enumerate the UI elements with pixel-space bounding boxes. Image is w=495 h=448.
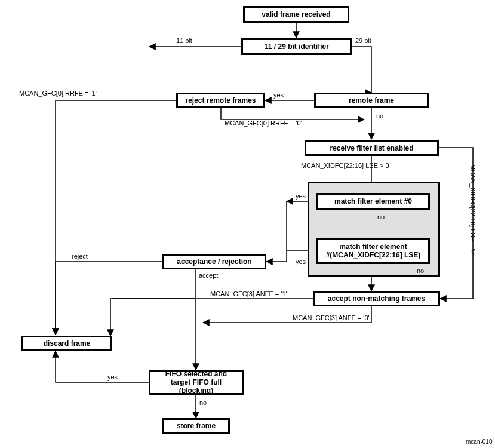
node-identifier: 11 / 29 bit identifier [241,38,352,55]
node-accept-nonmatching: accept non-matching frames [313,291,440,306]
label-lse-eq-0: MCAN_XIDFC[22:16] LSE = '0' [469,164,476,255]
label-rrfe-1: MCAN_GFC[0] RRFE = '1' [19,90,97,97]
label-anfe-1: MCAN_GFC[3] ANFE = '1' [210,290,287,297]
label-no-remote: no [376,112,383,119]
label-yes-mf0: yes [296,192,306,200]
node-discard-frame: discard frame [21,336,112,351]
label-anfe-0: MCAN_GFC[3] ANFE = '0' [293,314,370,321]
node-reject-remote-frames: reject remote frames [176,93,265,108]
label-yes-fifo: yes [107,373,118,381]
node-fifo-blocking: FIFO selected and target FIFO full (bloc… [149,370,244,395]
label-11-bit: 11 bit [176,37,192,44]
node-receive-filter-list: receive filter list enabled [305,140,439,156]
label-lse-gt-0: MCAN_XIDFC[22:16] LSE > 0 [301,162,389,169]
flowchart-stage: valid frame received 11 / 29 bit identif… [0,0,495,448]
node-remote-frame: remote frame [314,93,429,108]
label-reject: reject [72,253,88,260]
label-rrfe-0: MCAN_GFC[0] RRFE = '0' [225,119,302,127]
footer-id: mcan-010 [466,438,492,445]
label-no-mfn: no [417,267,424,274]
node-acceptance-rejection: acceptance / rejection [162,254,266,269]
label-yes-mfn: yes [296,258,306,265]
label-no-mf0: no [377,213,385,220]
label-no-fifo: no [199,399,207,406]
node-valid-frame-received: valid frame received [243,6,349,23]
label-accept: accept [199,272,218,279]
node-match-filter-0: match filter element #0 [316,193,430,210]
label-yes-remote: yes [273,91,284,99]
node-store-frame: store frame [162,418,230,434]
label-29-bit: 29 bit [355,37,371,44]
node-match-filter-n: match filter element #(MCAN_XIDFC[22:16]… [316,238,430,264]
